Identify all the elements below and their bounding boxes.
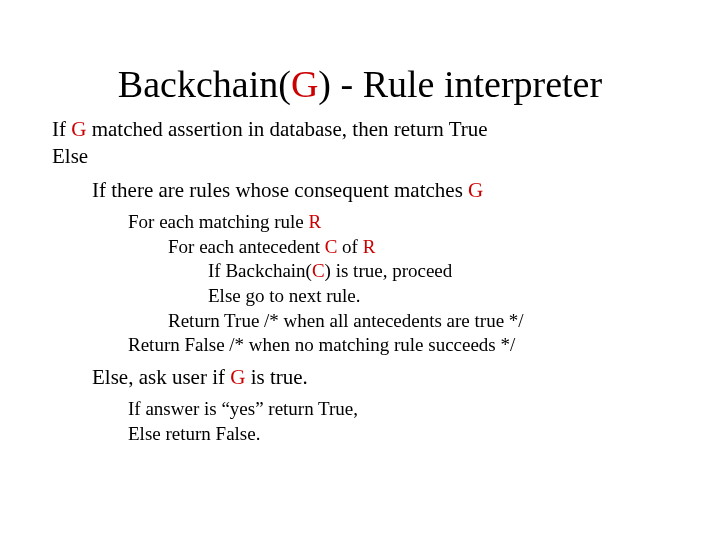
var-r: R (308, 211, 321, 232)
text: If (52, 117, 71, 141)
line-else-next: Else go to next rule. (208, 284, 720, 309)
line-if-yes: If answer is “yes” return True, (128, 397, 720, 422)
text: If answer is “yes” return True, (128, 398, 358, 419)
text: is true. (245, 365, 307, 389)
slide-title: Backchain(G) - Rule interpreter (0, 62, 720, 106)
line-return-false: Return False /* when no matching rule su… (128, 333, 720, 358)
var-g: G (71, 117, 86, 141)
slide-body: If G matched assertion in database, then… (0, 116, 720, 447)
var-c: C (325, 236, 338, 257)
text: Else (52, 144, 88, 168)
line-if-matched: If G matched assertion in database, then… (52, 116, 720, 143)
text: Else, ask user if (92, 365, 230, 389)
var-g: G (468, 178, 483, 202)
text: If there are rules whose consequent matc… (92, 178, 468, 202)
line-else: Else (52, 143, 720, 170)
text: matched assertion in database, then retu… (86, 117, 487, 141)
line-else-false: Else return False. (128, 422, 720, 447)
line-return-true: Return True /* when all antecedents are … (168, 309, 720, 334)
title-accent: G (291, 63, 318, 105)
title-pre: Backchain( (118, 63, 291, 105)
text: For each antecedent (168, 236, 325, 257)
text: ) is true, proceed (325, 260, 453, 281)
var-r: R (363, 236, 376, 257)
line-for-antecedent: For each antecedent C of R (168, 235, 720, 260)
text: Return False /* when no matching rule su… (128, 334, 515, 355)
text: Return True /* when all antecedents are … (168, 310, 524, 331)
line-for-rule: For each matching rule R (128, 210, 720, 235)
title-post: ) - Rule interpreter (318, 63, 602, 105)
var-g: G (230, 365, 245, 389)
text: If Backchain( (208, 260, 312, 281)
var-c: C (312, 260, 325, 281)
text: of (337, 236, 362, 257)
slide: Backchain(G) - Rule interpreter If G mat… (0, 62, 720, 540)
line-if-rules: If there are rules whose consequent matc… (92, 177, 720, 204)
line-else-ask: Else, ask user if G is true. (92, 364, 720, 391)
text: For each matching rule (128, 211, 308, 232)
text: Else go to next rule. (208, 285, 361, 306)
text: Else return False. (128, 423, 260, 444)
line-if-backchain: If Backchain(C) is true, proceed (208, 259, 720, 284)
